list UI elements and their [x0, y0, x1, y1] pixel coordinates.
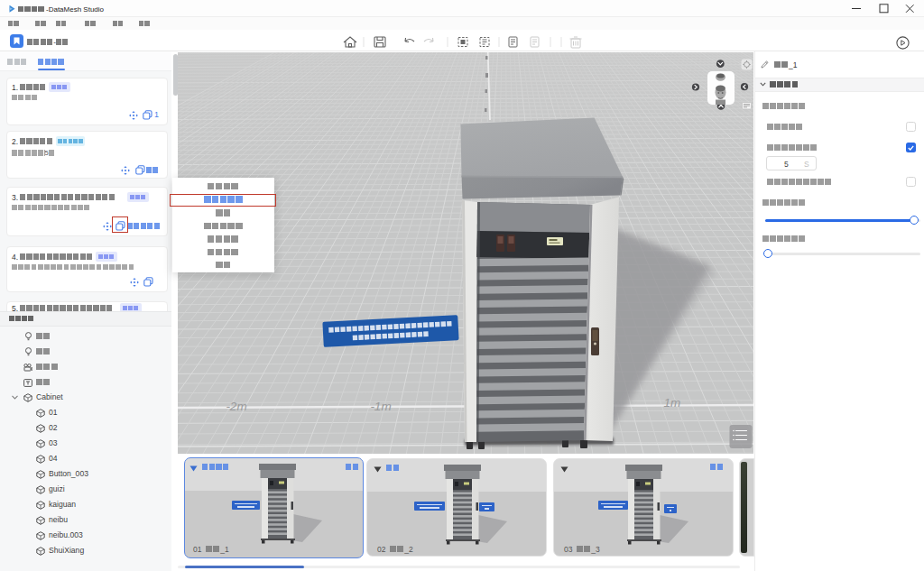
svg-text:-2m: -2m [226, 400, 246, 413]
svg-text:1m: 1m [664, 396, 681, 410]
svg-text:-1m: -1m [370, 400, 391, 413]
